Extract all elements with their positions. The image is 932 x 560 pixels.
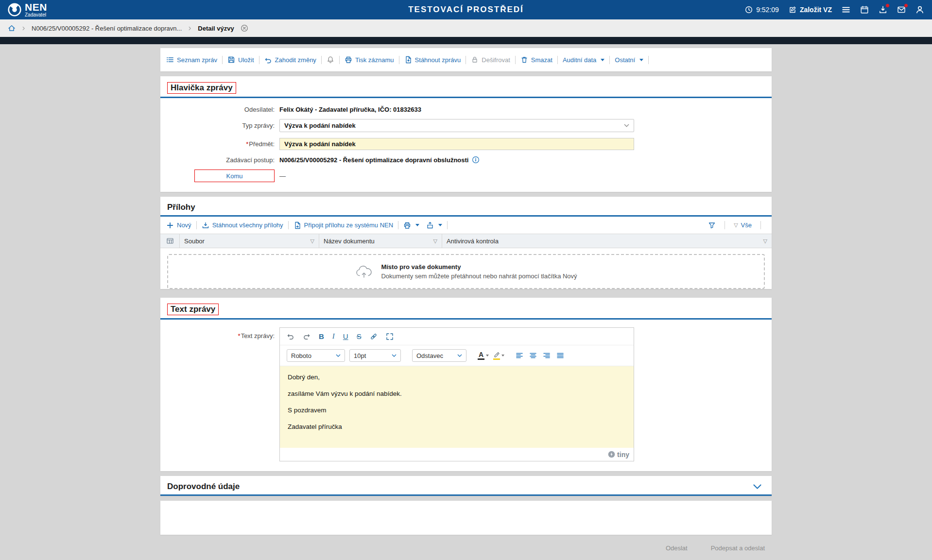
sender-row: Odesílatel: Felix Okátý - Zadavatel přír… bbox=[160, 106, 772, 113]
delete-button[interactable]: Smazat bbox=[520, 56, 552, 64]
discard-changes-label: Zahodit změny bbox=[275, 56, 316, 64]
list-icon bbox=[166, 56, 174, 64]
chevron-down-icon bbox=[392, 354, 397, 357]
plus-icon bbox=[166, 221, 174, 229]
filter-triangle-icon[interactable]: ▽ bbox=[307, 238, 314, 244]
editor-align-right-button[interactable] bbox=[543, 352, 551, 359]
create-vz-button[interactable]: Založit VZ bbox=[789, 6, 832, 14]
message-type-select[interactable]: Výzva k podání nabídek bbox=[279, 119, 634, 132]
separator bbox=[398, 221, 398, 229]
close-tab-button[interactable] bbox=[241, 24, 248, 32]
filter-triangle-icon[interactable]: ▽ bbox=[430, 238, 437, 244]
message-actions-toolbar: Seznam zpráv Uložit Zahodit změny bbox=[160, 48, 772, 71]
recipients-button[interactable]: Komu bbox=[194, 170, 275, 182]
editor-undo-button[interactable] bbox=[287, 333, 294, 340]
collapse-section-button[interactable] bbox=[753, 484, 765, 490]
print-record-button[interactable]: Tisk záznamu bbox=[345, 56, 394, 64]
undo-icon bbox=[287, 333, 294, 340]
procedure-label: Zadávací postup: bbox=[160, 156, 279, 164]
audit-data-button[interactable]: Auditní data bbox=[563, 56, 604, 64]
download-message-button[interactable]: Stáhnout zprávu bbox=[404, 56, 461, 64]
link-icon bbox=[370, 333, 378, 340]
column-header-nazev-dokumentu[interactable]: Název dokumentu ▽ bbox=[319, 234, 442, 248]
attach-from-nen-button[interactable]: Připojit přílohu ze systému NEN bbox=[293, 221, 394, 229]
nen-logo-icon bbox=[8, 3, 21, 17]
save-button[interactable]: Uložit bbox=[227, 56, 254, 64]
column-settings-button[interactable] bbox=[160, 234, 180, 248]
attachments-dropzone[interactable]: Místo pro vaše dokumenty Dokumenty sem m… bbox=[167, 254, 765, 289]
print-attachments-button[interactable] bbox=[403, 221, 419, 229]
nen-home-link[interactable]: NEN Zadavatel bbox=[8, 2, 47, 17]
filter-triangle-icon[interactable]: ▽ bbox=[759, 238, 767, 244]
send-button[interactable]: Odeslat bbox=[666, 544, 688, 552]
editor-align-justify-button[interactable] bbox=[556, 352, 564, 359]
column-header-antivirova-kontrola[interactable]: Antivirová kontrola ▽ bbox=[442, 234, 772, 248]
chevron-down-icon bbox=[336, 354, 341, 357]
section-underline bbox=[160, 494, 772, 496]
breadcrumb-procedure[interactable]: N006/25/V00005292 - Řešení optimalizace … bbox=[32, 25, 182, 32]
editor-paragraph: Dobrý den, bbox=[288, 373, 626, 381]
notifications-toggle-button[interactable] bbox=[327, 56, 334, 64]
tinymce-branding[interactable]: tiny bbox=[608, 451, 629, 458]
column-header-soubor[interactable]: Soubor ▽ bbox=[180, 234, 319, 248]
new-attachment-button[interactable]: Nový bbox=[166, 221, 191, 229]
separator bbox=[609, 56, 610, 64]
filter-button[interactable] bbox=[708, 221, 716, 229]
dropzone-title: Místo pro vaše dokumenty bbox=[381, 263, 577, 271]
subject-input[interactable]: Výzva k podání nabídek bbox=[279, 138, 634, 150]
saved-filter-select[interactable]: ▽ Vše bbox=[734, 221, 752, 229]
caret-down-icon bbox=[438, 224, 442, 226]
brand-name: NEN bbox=[25, 2, 47, 12]
editor-text-color-button[interactable]: A bbox=[478, 351, 489, 360]
breadcrumb: N006/25/V00005292 - Řešení optimalizace … bbox=[0, 19, 932, 37]
editor-fullscreen-button[interactable] bbox=[386, 333, 394, 340]
decrypt-button[interactable]: Dešifrovat bbox=[471, 56, 510, 64]
funnel-icon bbox=[708, 221, 716, 229]
highlight-color-swatch bbox=[493, 358, 500, 360]
editor-strikethrough-button[interactable]: S bbox=[357, 332, 362, 340]
cloud-upload-icon bbox=[355, 265, 373, 278]
table-settings-icon bbox=[166, 237, 174, 245]
message-list-button[interactable]: Seznam zpráv bbox=[166, 56, 217, 64]
discard-changes-button[interactable]: Zahodit změny bbox=[264, 56, 316, 64]
editor-fontsize-select[interactable]: 10pt bbox=[349, 349, 401, 362]
editor-link-button[interactable] bbox=[370, 333, 378, 340]
audit-data-label: Auditní data bbox=[563, 56, 596, 64]
menu-button[interactable] bbox=[842, 5, 850, 14]
export-attachments-button[interactable] bbox=[426, 221, 442, 229]
other-actions-button[interactable]: Ostatní bbox=[615, 56, 643, 64]
info-icon[interactable] bbox=[472, 156, 480, 164]
editor-font-select[interactable]: Roboto bbox=[287, 349, 345, 362]
editor-underline-button[interactable]: U bbox=[343, 332, 348, 340]
editor-paragraph: Zadavatel příručka bbox=[288, 423, 626, 430]
editor-align-center-button[interactable] bbox=[529, 352, 537, 359]
download-all-attachments-button[interactable]: Stáhnout všechny přílohy bbox=[202, 221, 283, 229]
sign-and-send-button[interactable]: Podepsat a odeslat bbox=[711, 544, 765, 552]
profile-button[interactable] bbox=[915, 5, 924, 14]
attachments-section: Přílohy Nový Stáhnout všechny přílohy bbox=[160, 197, 772, 289]
editor-block-select[interactable]: Odstavec bbox=[412, 349, 466, 362]
delete-label: Smazat bbox=[531, 56, 552, 64]
rich-text-editor: B I U S bbox=[279, 327, 634, 461]
home-button[interactable] bbox=[8, 24, 16, 32]
editor-highlight-color-button[interactable] bbox=[493, 352, 504, 360]
downloads-button[interactable] bbox=[879, 5, 887, 14]
editor-bold-button[interactable]: B bbox=[319, 332, 324, 340]
messages-button[interactable] bbox=[897, 5, 906, 14]
editor-italic-button[interactable]: I bbox=[332, 332, 335, 340]
calendar-button[interactable] bbox=[860, 5, 869, 14]
editor-align-left-button[interactable] bbox=[516, 352, 523, 359]
accompanying-data-body bbox=[160, 501, 772, 535]
attachments-filter-controls: ▽ Vše bbox=[708, 221, 766, 229]
brand-subtitle: Zadavatel bbox=[25, 13, 47, 17]
downloads-notification-badge bbox=[885, 3, 890, 8]
message-text-row: *Text zprávy: B bbox=[160, 327, 772, 461]
editor-content-area[interactable]: Dobrý den, zasíláme Vám výzvu k podání n… bbox=[280, 366, 634, 448]
caret-down-icon bbox=[601, 59, 604, 61]
section-title-prilohy: Přílohy bbox=[167, 203, 195, 212]
dropzone-subtitle: Dokumenty sem můžete přetáhnout nebo nah… bbox=[381, 272, 577, 280]
editor-redo-button[interactable] bbox=[303, 333, 311, 340]
editor-font-value: Roboto bbox=[291, 352, 311, 359]
editor-toolbar-row-1: B I U S bbox=[280, 328, 634, 345]
saved-filter-value: Vše bbox=[741, 221, 752, 229]
